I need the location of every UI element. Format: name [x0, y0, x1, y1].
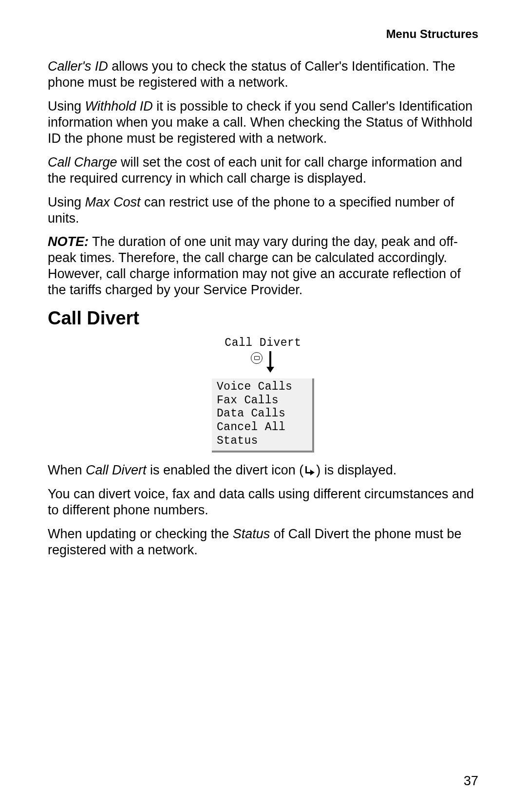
text: Using: [48, 195, 85, 209]
paragraph-note: NOTE: The duration of one unit may vary …: [48, 234, 478, 298]
term-call-divert: Call Divert: [86, 463, 147, 477]
section-heading-call-divert: Call Divert: [48, 308, 478, 329]
term-call-charge: Call Charge: [48, 155, 117, 170]
call-divert-diagram: Call Divert Voice Calls Fax Calls Data C…: [190, 337, 336, 453]
term-withhold-id: Withhold ID: [85, 99, 153, 113]
term-callers-id: Caller's ID: [48, 59, 108, 74]
term-status: Status: [233, 527, 270, 541]
menu-item: Voice Calls: [217, 380, 307, 394]
note-text: The duration of one unit may vary during…: [48, 234, 461, 297]
text: When: [48, 463, 86, 477]
term-max-cost: Max Cost: [85, 195, 141, 209]
text: is enabled the divert icon (: [147, 463, 304, 477]
page-number: 37: [464, 774, 478, 789]
note-label: NOTE:: [48, 234, 89, 249]
menu-options-box: Voice Calls Fax Calls Data Calls Cancel …: [212, 378, 314, 453]
diagram-title: Call Divert: [190, 337, 336, 349]
menu-item: Cancel All: [217, 421, 307, 434]
text: allows you to check the status of Caller…: [48, 59, 455, 90]
paragraph-withhold-id: Using Withhold ID it is possible to chec…: [48, 98, 478, 147]
text: When updating or checking the: [48, 527, 233, 541]
page-header: Menu Structures: [48, 27, 478, 41]
diagram-arrow-row: [190, 350, 336, 374]
select-button-icon: [251, 352, 263, 364]
paragraph-divert-status: When updating or checking the Status of …: [48, 526, 478, 558]
paragraph-call-charge: Call Charge will set the cost of each un…: [48, 154, 478, 187]
menu-item: Status: [217, 434, 307, 448]
menu-item: Data Calls: [217, 407, 307, 421]
paragraph-max-cost: Using Max Cost can restrict use of the p…: [48, 194, 478, 227]
text: Using: [48, 99, 85, 113]
paragraph-callers-id: Caller's ID allows you to check the stat…: [48, 58, 478, 91]
menu-item: Fax Calls: [217, 394, 307, 408]
down-arrow-icon: [265, 350, 275, 373]
divert-icon: [304, 466, 315, 476]
paragraph-divert-types: You can divert voice, fax and data calls…: [48, 486, 478, 518]
text: ) is displayed.: [316, 463, 396, 477]
paragraph-divert-enabled: When Call Divert is enabled the divert i…: [48, 462, 478, 478]
